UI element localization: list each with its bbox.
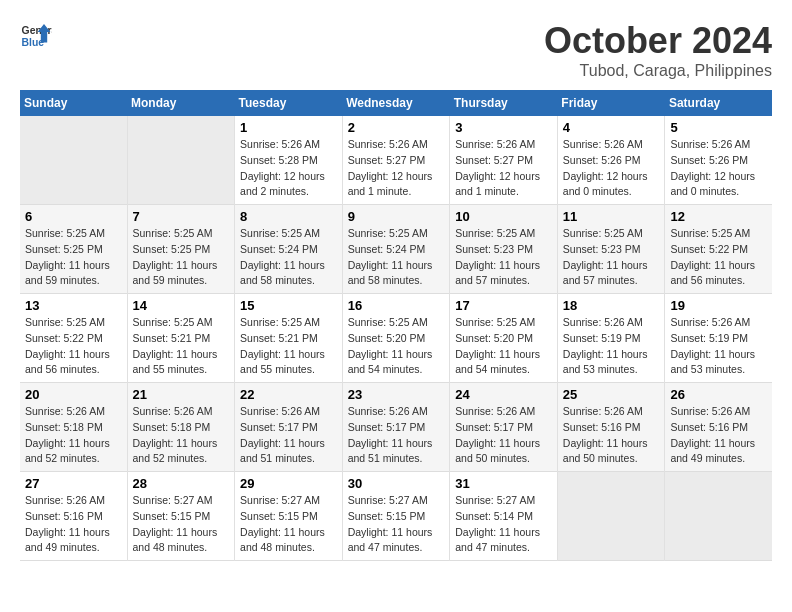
day-info: Sunrise: 5:26 AM Sunset: 5:16 PM Dayligh… [563, 404, 660, 467]
day-number: 25 [563, 387, 660, 402]
col-header-saturday: Saturday [665, 90, 772, 116]
sub-title: Tubod, Caraga, Philippines [544, 62, 772, 80]
day-number: 29 [240, 476, 337, 491]
calendar-cell [127, 116, 235, 205]
calendar-table: SundayMondayTuesdayWednesdayThursdayFrid… [20, 90, 772, 561]
calendar-cell: 8Sunrise: 5:25 AM Sunset: 5:24 PM Daylig… [235, 205, 343, 294]
day-number: 22 [240, 387, 337, 402]
calendar-week-row: 27Sunrise: 5:26 AM Sunset: 5:16 PM Dayli… [20, 472, 772, 561]
day-number: 14 [133, 298, 230, 313]
col-header-wednesday: Wednesday [342, 90, 450, 116]
calendar-cell: 21Sunrise: 5:26 AM Sunset: 5:18 PM Dayli… [127, 383, 235, 472]
calendar-cell: 18Sunrise: 5:26 AM Sunset: 5:19 PM Dayli… [557, 294, 665, 383]
day-info: Sunrise: 5:27 AM Sunset: 5:15 PM Dayligh… [240, 493, 337, 556]
header-row: SundayMondayTuesdayWednesdayThursdayFrid… [20, 90, 772, 116]
calendar-cell: 24Sunrise: 5:26 AM Sunset: 5:17 PM Dayli… [450, 383, 558, 472]
day-info: Sunrise: 5:25 AM Sunset: 5:20 PM Dayligh… [348, 315, 445, 378]
calendar-cell: 2Sunrise: 5:26 AM Sunset: 5:27 PM Daylig… [342, 116, 450, 205]
day-info: Sunrise: 5:25 AM Sunset: 5:24 PM Dayligh… [240, 226, 337, 289]
day-number: 19 [670, 298, 767, 313]
day-info: Sunrise: 5:26 AM Sunset: 5:27 PM Dayligh… [455, 137, 552, 200]
day-number: 28 [133, 476, 230, 491]
day-info: Sunrise: 5:25 AM Sunset: 5:25 PM Dayligh… [25, 226, 122, 289]
day-number: 17 [455, 298, 552, 313]
calendar-cell: 20Sunrise: 5:26 AM Sunset: 5:18 PM Dayli… [20, 383, 127, 472]
main-title: October 2024 [544, 20, 772, 62]
calendar-cell: 29Sunrise: 5:27 AM Sunset: 5:15 PM Dayli… [235, 472, 343, 561]
col-header-friday: Friday [557, 90, 665, 116]
col-header-sunday: Sunday [20, 90, 127, 116]
day-info: Sunrise: 5:27 AM Sunset: 5:15 PM Dayligh… [348, 493, 445, 556]
day-info: Sunrise: 5:26 AM Sunset: 5:27 PM Dayligh… [348, 137, 445, 200]
title-area: October 2024 Tubod, Caraga, Philippines [544, 20, 772, 80]
calendar-cell: 13Sunrise: 5:25 AM Sunset: 5:22 PM Dayli… [20, 294, 127, 383]
day-info: Sunrise: 5:26 AM Sunset: 5:19 PM Dayligh… [563, 315, 660, 378]
day-number: 12 [670, 209, 767, 224]
day-number: 10 [455, 209, 552, 224]
col-header-tuesday: Tuesday [235, 90, 343, 116]
day-info: Sunrise: 5:26 AM Sunset: 5:17 PM Dayligh… [348, 404, 445, 467]
day-number: 15 [240, 298, 337, 313]
day-number: 3 [455, 120, 552, 135]
calendar-cell: 16Sunrise: 5:25 AM Sunset: 5:20 PM Dayli… [342, 294, 450, 383]
day-info: Sunrise: 5:26 AM Sunset: 5:26 PM Dayligh… [670, 137, 767, 200]
calendar-cell [20, 116, 127, 205]
calendar-cell: 1Sunrise: 5:26 AM Sunset: 5:28 PM Daylig… [235, 116, 343, 205]
day-number: 30 [348, 476, 445, 491]
col-header-thursday: Thursday [450, 90, 558, 116]
day-info: Sunrise: 5:25 AM Sunset: 5:22 PM Dayligh… [25, 315, 122, 378]
calendar-cell: 4Sunrise: 5:26 AM Sunset: 5:26 PM Daylig… [557, 116, 665, 205]
calendar-cell: 23Sunrise: 5:26 AM Sunset: 5:17 PM Dayli… [342, 383, 450, 472]
calendar-cell: 11Sunrise: 5:25 AM Sunset: 5:23 PM Dayli… [557, 205, 665, 294]
logo: General Blue [20, 20, 52, 52]
day-number: 5 [670, 120, 767, 135]
day-info: Sunrise: 5:26 AM Sunset: 5:18 PM Dayligh… [25, 404, 122, 467]
calendar-week-row: 13Sunrise: 5:25 AM Sunset: 5:22 PM Dayli… [20, 294, 772, 383]
calendar-week-row: 20Sunrise: 5:26 AM Sunset: 5:18 PM Dayli… [20, 383, 772, 472]
day-number: 9 [348, 209, 445, 224]
day-info: Sunrise: 5:25 AM Sunset: 5:20 PM Dayligh… [455, 315, 552, 378]
day-info: Sunrise: 5:26 AM Sunset: 5:28 PM Dayligh… [240, 137, 337, 200]
day-info: Sunrise: 5:25 AM Sunset: 5:22 PM Dayligh… [670, 226, 767, 289]
day-number: 4 [563, 120, 660, 135]
day-info: Sunrise: 5:25 AM Sunset: 5:25 PM Dayligh… [133, 226, 230, 289]
day-info: Sunrise: 5:26 AM Sunset: 5:17 PM Dayligh… [455, 404, 552, 467]
calendar-cell: 17Sunrise: 5:25 AM Sunset: 5:20 PM Dayli… [450, 294, 558, 383]
day-number: 8 [240, 209, 337, 224]
day-info: Sunrise: 5:25 AM Sunset: 5:21 PM Dayligh… [133, 315, 230, 378]
day-number: 6 [25, 209, 122, 224]
calendar-cell: 9Sunrise: 5:25 AM Sunset: 5:24 PM Daylig… [342, 205, 450, 294]
logo-icon: General Blue [20, 20, 52, 52]
day-info: Sunrise: 5:26 AM Sunset: 5:16 PM Dayligh… [670, 404, 767, 467]
day-info: Sunrise: 5:25 AM Sunset: 5:23 PM Dayligh… [455, 226, 552, 289]
calendar-cell: 30Sunrise: 5:27 AM Sunset: 5:15 PM Dayli… [342, 472, 450, 561]
day-number: 16 [348, 298, 445, 313]
calendar-cell: 3Sunrise: 5:26 AM Sunset: 5:27 PM Daylig… [450, 116, 558, 205]
calendar-cell: 10Sunrise: 5:25 AM Sunset: 5:23 PM Dayli… [450, 205, 558, 294]
day-info: Sunrise: 5:26 AM Sunset: 5:16 PM Dayligh… [25, 493, 122, 556]
day-number: 27 [25, 476, 122, 491]
day-info: Sunrise: 5:26 AM Sunset: 5:17 PM Dayligh… [240, 404, 337, 467]
calendar-cell: 6Sunrise: 5:25 AM Sunset: 5:25 PM Daylig… [20, 205, 127, 294]
day-number: 1 [240, 120, 337, 135]
day-info: Sunrise: 5:27 AM Sunset: 5:14 PM Dayligh… [455, 493, 552, 556]
day-info: Sunrise: 5:25 AM Sunset: 5:23 PM Dayligh… [563, 226, 660, 289]
day-info: Sunrise: 5:27 AM Sunset: 5:15 PM Dayligh… [133, 493, 230, 556]
day-info: Sunrise: 5:26 AM Sunset: 5:26 PM Dayligh… [563, 137, 660, 200]
day-number: 21 [133, 387, 230, 402]
calendar-week-row: 1Sunrise: 5:26 AM Sunset: 5:28 PM Daylig… [20, 116, 772, 205]
day-info: Sunrise: 5:26 AM Sunset: 5:18 PM Dayligh… [133, 404, 230, 467]
day-number: 26 [670, 387, 767, 402]
day-info: Sunrise: 5:25 AM Sunset: 5:24 PM Dayligh… [348, 226, 445, 289]
calendar-cell: 19Sunrise: 5:26 AM Sunset: 5:19 PM Dayli… [665, 294, 772, 383]
day-number: 2 [348, 120, 445, 135]
calendar-cell: 14Sunrise: 5:25 AM Sunset: 5:21 PM Dayli… [127, 294, 235, 383]
calendar-cell: 27Sunrise: 5:26 AM Sunset: 5:16 PM Dayli… [20, 472, 127, 561]
day-number: 20 [25, 387, 122, 402]
calendar-cell [665, 472, 772, 561]
day-number: 7 [133, 209, 230, 224]
page-header: General Blue October 2024 Tubod, Caraga,… [20, 20, 772, 80]
calendar-cell: 26Sunrise: 5:26 AM Sunset: 5:16 PM Dayli… [665, 383, 772, 472]
day-number: 18 [563, 298, 660, 313]
day-info: Sunrise: 5:25 AM Sunset: 5:21 PM Dayligh… [240, 315, 337, 378]
